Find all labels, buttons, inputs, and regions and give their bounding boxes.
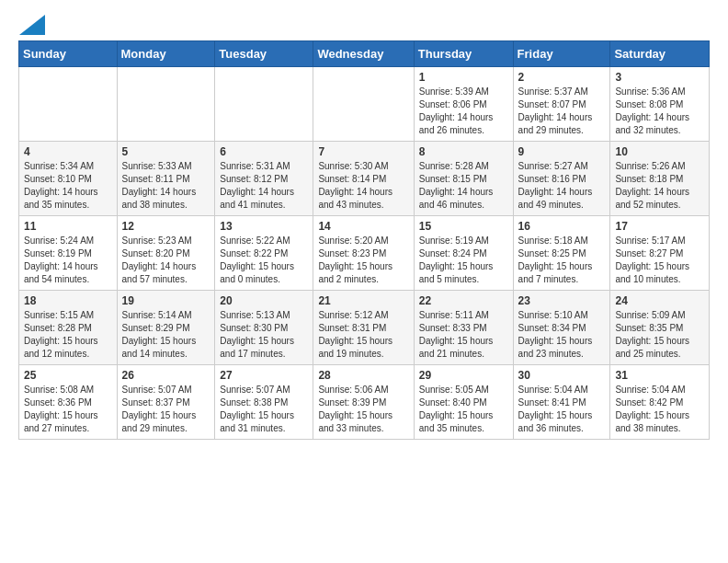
day-number: 14 — [318, 220, 408, 233]
day-info: Sunrise: 5:20 AM Sunset: 8:23 PM Dayligh… — [318, 235, 408, 286]
day-number: 25 — [24, 369, 112, 382]
day-info: Sunrise: 5:31 AM Sunset: 8:12 PM Dayligh… — [220, 160, 308, 212]
day-number: 22 — [419, 294, 508, 307]
day-number: 29 — [419, 369, 508, 382]
calendar-cell: 1Sunrise: 5:39 AM Sunset: 8:06 PM Daylig… — [414, 67, 513, 142]
day-info: Sunrise: 5:13 AM Sunset: 8:30 PM Dayligh… — [220, 309, 308, 361]
day-info: Sunrise: 5:15 AM Sunset: 8:28 PM Dayligh… — [24, 309, 112, 361]
weekday-header-thursday: Thursday — [414, 41, 513, 67]
calendar-week-2: 4Sunrise: 5:34 AM Sunset: 8:10 PM Daylig… — [19, 142, 710, 216]
day-info: Sunrise: 5:24 AM Sunset: 8:19 PM Dayligh… — [24, 235, 112, 286]
day-number: 28 — [318, 369, 408, 382]
day-number: 18 — [24, 294, 112, 307]
day-info: Sunrise: 5:23 AM Sunset: 8:20 PM Dayligh… — [122, 235, 210, 286]
calendar-cell: 23Sunrise: 5:10 AM Sunset: 8:34 PM Dayli… — [513, 291, 610, 365]
weekday-header-sunday: Sunday — [19, 41, 118, 67]
calendar-cell: 28Sunrise: 5:06 AM Sunset: 8:39 PM Dayli… — [313, 365, 414, 440]
day-number: 10 — [615, 145, 704, 158]
day-number: 15 — [419, 220, 508, 233]
calendar-cell: 26Sunrise: 5:07 AM Sunset: 8:37 PM Dayli… — [117, 365, 215, 440]
calendar-cell: 4Sunrise: 5:34 AM Sunset: 8:10 PM Daylig… — [19, 142, 118, 216]
calendar-week-5: 25Sunrise: 5:08 AM Sunset: 8:36 PM Dayli… — [19, 365, 710, 440]
calendar-week-4: 18Sunrise: 5:15 AM Sunset: 8:28 PM Dayli… — [19, 291, 710, 365]
calendar-cell: 8Sunrise: 5:28 AM Sunset: 8:15 PM Daylig… — [414, 142, 513, 216]
calendar-cell: 31Sunrise: 5:04 AM Sunset: 8:42 PM Dayli… — [610, 365, 710, 440]
logo-icon — [19, 15, 45, 35]
calendar-cell: 9Sunrise: 5:27 AM Sunset: 8:16 PM Daylig… — [513, 142, 610, 216]
day-info: Sunrise: 5:30 AM Sunset: 8:14 PM Dayligh… — [318, 160, 408, 212]
calendar-week-1: 1Sunrise: 5:39 AM Sunset: 8:06 PM Daylig… — [19, 67, 710, 142]
day-info: Sunrise: 5:04 AM Sunset: 8:41 PM Dayligh… — [518, 384, 606, 435]
weekday-header-row: SundayMondayTuesdayWednesdayThursdayFrid… — [19, 41, 710, 67]
calendar-cell: 7Sunrise: 5:30 AM Sunset: 8:14 PM Daylig… — [313, 142, 414, 216]
day-number: 6 — [220, 145, 308, 158]
calendar-cell: 25Sunrise: 5:08 AM Sunset: 8:36 PM Dayli… — [19, 365, 118, 440]
day-number: 21 — [318, 294, 408, 307]
weekday-header-friday: Friday — [513, 41, 610, 67]
day-info: Sunrise: 5:06 AM Sunset: 8:39 PM Dayligh… — [318, 384, 408, 435]
day-info: Sunrise: 5:19 AM Sunset: 8:24 PM Dayligh… — [419, 235, 508, 286]
weekday-header-wednesday: Wednesday — [313, 41, 414, 67]
calendar-cell — [313, 67, 414, 142]
calendar-cell: 5Sunrise: 5:33 AM Sunset: 8:11 PM Daylig… — [117, 142, 215, 216]
day-info: Sunrise: 5:33 AM Sunset: 8:11 PM Dayligh… — [122, 160, 210, 212]
calendar-cell: 30Sunrise: 5:04 AM Sunset: 8:41 PM Dayli… — [513, 365, 610, 440]
calendar-cell: 29Sunrise: 5:05 AM Sunset: 8:40 PM Dayli… — [414, 365, 513, 440]
day-info: Sunrise: 5:07 AM Sunset: 8:37 PM Dayligh… — [122, 384, 210, 435]
calendar-week-3: 11Sunrise: 5:24 AM Sunset: 8:19 PM Dayli… — [19, 216, 710, 291]
day-number: 2 — [518, 71, 606, 84]
calendar-cell: 15Sunrise: 5:19 AM Sunset: 8:24 PM Dayli… — [414, 216, 513, 291]
day-number: 3 — [615, 71, 704, 84]
calendar-cell: 12Sunrise: 5:23 AM Sunset: 8:20 PM Dayli… — [117, 216, 215, 291]
day-info: Sunrise: 5:10 AM Sunset: 8:34 PM Dayligh… — [518, 309, 606, 361]
logo — [18, 15, 45, 31]
calendar-table: SundayMondayTuesdayWednesdayThursdayFrid… — [18, 40, 710, 440]
day-info: Sunrise: 5:22 AM Sunset: 8:22 PM Dayligh… — [220, 235, 308, 286]
weekday-header-tuesday: Tuesday — [215, 41, 313, 67]
day-info: Sunrise: 5:18 AM Sunset: 8:25 PM Dayligh… — [518, 235, 606, 286]
day-info: Sunrise: 5:08 AM Sunset: 8:36 PM Dayligh… — [24, 384, 112, 435]
day-info: Sunrise: 5:36 AM Sunset: 8:08 PM Dayligh… — [615, 86, 704, 137]
day-number: 17 — [615, 220, 704, 233]
day-info: Sunrise: 5:05 AM Sunset: 8:40 PM Dayligh… — [419, 384, 508, 435]
day-number: 9 — [518, 145, 606, 158]
day-number: 23 — [518, 294, 606, 307]
day-number: 13 — [220, 220, 308, 233]
day-info: Sunrise: 5:11 AM Sunset: 8:33 PM Dayligh… — [419, 309, 508, 361]
day-number: 4 — [24, 145, 112, 158]
day-number: 31 — [615, 369, 704, 382]
calendar-cell: 19Sunrise: 5:14 AM Sunset: 8:29 PM Dayli… — [117, 291, 215, 365]
calendar-cell: 3Sunrise: 5:36 AM Sunset: 8:08 PM Daylig… — [610, 67, 710, 142]
day-number: 11 — [24, 220, 112, 233]
day-number: 16 — [518, 220, 606, 233]
day-number: 30 — [518, 369, 606, 382]
day-number: 8 — [419, 145, 508, 158]
day-info: Sunrise: 5:28 AM Sunset: 8:15 PM Dayligh… — [419, 160, 508, 212]
day-number: 27 — [220, 369, 308, 382]
calendar-cell — [117, 67, 215, 142]
calendar-cell: 14Sunrise: 5:20 AM Sunset: 8:23 PM Dayli… — [313, 216, 414, 291]
calendar-cell: 17Sunrise: 5:17 AM Sunset: 8:27 PM Dayli… — [610, 216, 710, 291]
day-info: Sunrise: 5:39 AM Sunset: 8:06 PM Dayligh… — [419, 86, 508, 137]
header — [18, 15, 710, 31]
day-number: 20 — [220, 294, 308, 307]
day-info: Sunrise: 5:37 AM Sunset: 8:07 PM Dayligh… — [518, 86, 606, 137]
day-number: 12 — [122, 220, 210, 233]
day-info: Sunrise: 5:27 AM Sunset: 8:16 PM Dayligh… — [518, 160, 606, 212]
day-number: 7 — [318, 145, 408, 158]
day-number: 1 — [419, 71, 508, 84]
calendar-cell — [215, 67, 313, 142]
calendar-cell: 24Sunrise: 5:09 AM Sunset: 8:35 PM Dayli… — [610, 291, 710, 365]
svg-marker-0 — [19, 15, 45, 35]
page: SundayMondayTuesdayWednesdayThursdayFrid… — [0, 0, 728, 454]
calendar-cell: 22Sunrise: 5:11 AM Sunset: 8:33 PM Dayli… — [414, 291, 513, 365]
calendar-cell: 11Sunrise: 5:24 AM Sunset: 8:19 PM Dayli… — [19, 216, 118, 291]
day-info: Sunrise: 5:09 AM Sunset: 8:35 PM Dayligh… — [615, 309, 704, 361]
calendar-cell: 27Sunrise: 5:07 AM Sunset: 8:38 PM Dayli… — [215, 365, 313, 440]
calendar-cell: 16Sunrise: 5:18 AM Sunset: 8:25 PM Dayli… — [513, 216, 610, 291]
day-info: Sunrise: 5:14 AM Sunset: 8:29 PM Dayligh… — [122, 309, 210, 361]
day-number: 24 — [615, 294, 704, 307]
day-info: Sunrise: 5:17 AM Sunset: 8:27 PM Dayligh… — [615, 235, 704, 286]
day-info: Sunrise: 5:12 AM Sunset: 8:31 PM Dayligh… — [318, 309, 408, 361]
calendar-cell — [19, 67, 118, 142]
